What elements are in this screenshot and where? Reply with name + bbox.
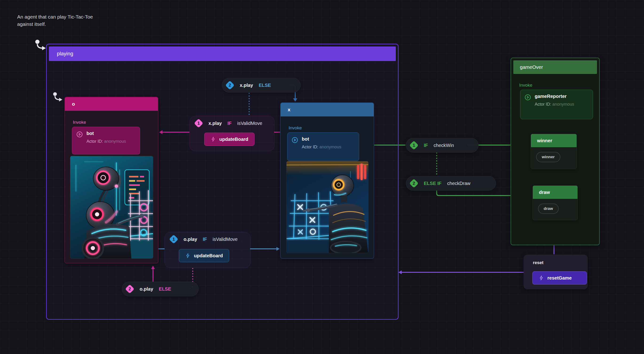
lightning-icon	[185, 253, 190, 258]
state-draw-header[interactable]: draw	[533, 186, 578, 199]
transition-x-play-if[interactable]: 1 x.play IF isValidMove updateBoard	[190, 116, 274, 151]
transition-reset[interactable]: reset resetGame	[524, 255, 588, 289]
robot-illustration-x	[286, 161, 368, 253]
play-circle-icon	[76, 131, 83, 138]
gamereporter-id-label: Actor ID:	[535, 102, 551, 107]
transition-check-win[interactable]: 1 IF checkWin	[406, 138, 478, 153]
state-winner-title: winner	[537, 138, 552, 144]
event-label: x.play	[208, 121, 222, 126]
state-o-title: o	[72, 101, 75, 107]
gameover-invoke-label: Invoke	[519, 83, 532, 88]
state-gameover-title: gameOver	[520, 64, 543, 70]
x-actor-name: bot	[302, 136, 341, 142]
action-resetgame[interactable]: resetGame	[532, 271, 587, 285]
keyword-label: ELSE	[159, 286, 171, 292]
state-draw[interactable]: draw draw	[532, 185, 578, 220]
order-badge: 1	[170, 235, 178, 243]
transition-o-play-if[interactable]: 1 o.play IF isValidMove updateBoard	[164, 232, 250, 268]
state-x-title: x	[288, 107, 290, 112]
state-playing-title: playing	[57, 51, 73, 57]
arrow-reset	[398, 270, 524, 274]
x-invoked-actor-card[interactable]: bot Actor ID: anonymous	[287, 132, 359, 161]
guard-label: isValidMove	[237, 121, 262, 126]
keyword-label: ELSE	[259, 83, 271, 88]
event-label: o.play	[184, 237, 197, 242]
transition-o-play-else[interactable]: 2 o.play ELSE	[122, 282, 198, 296]
winner-tag[interactable]: winner	[536, 152, 560, 162]
x-invoke-label: Invoke	[288, 125, 302, 131]
state-o[interactable]: o Invoke bot Actor ID: anonymous	[64, 97, 158, 263]
transition-check-draw[interactable]: 2 ELSE IF checkDraw	[406, 176, 496, 191]
o-invoke-label: Invoke	[73, 120, 86, 125]
gamereporter-actor-card[interactable]: gameReporter Actor ID: anonymous	[520, 90, 593, 119]
state-o-header[interactable]: o	[65, 97, 158, 111]
event-label: x.play	[240, 83, 253, 88]
state-gameover-header[interactable]: gameOver	[513, 60, 597, 74]
action-updateboard-x[interactable]: updateBoard	[204, 133, 254, 146]
keyword-label: IF	[228, 121, 232, 126]
keyword-label: ELSE IF	[424, 181, 442, 186]
state-winner-header[interactable]: winner	[531, 134, 576, 147]
state-winner[interactable]: winner winner	[531, 134, 577, 169]
x-actor-id-label: Actor ID:	[302, 145, 318, 149]
state-x[interactable]: x Invoke bot Actor ID: anonymous	[280, 102, 374, 259]
order-badge: 2	[226, 81, 234, 89]
order-badge: 1	[410, 141, 418, 150]
guard-label: checkDraw	[447, 181, 470, 186]
initial-state-icon-playing[interactable]	[35, 39, 48, 51]
o-invoked-actor-card[interactable]: bot Actor ID: anonymous	[72, 127, 140, 155]
guard-label: isValidMove	[213, 237, 238, 242]
o-actor-name: bot	[86, 131, 126, 136]
gamereporter-id-value: anonymous	[552, 102, 574, 107]
robot-illustration-o	[70, 156, 153, 259]
play-circle-icon	[292, 137, 298, 143]
state-draw-title: draw	[539, 190, 550, 195]
state-playing-header[interactable]: playing	[49, 46, 396, 61]
order-badge: 2	[410, 179, 418, 187]
lightning-icon	[210, 137, 216, 142]
draw-tag[interactable]: draw	[538, 203, 559, 214]
reset-label: reset	[533, 260, 544, 265]
o-actor-id-value: anonymous	[104, 139, 126, 144]
order-badge: 1	[194, 119, 203, 128]
order-badge: 2	[126, 285, 134, 293]
machine-description: An agent that can play Tic-Tac-Toe again…	[17, 13, 93, 28]
lightning-icon	[539, 275, 544, 281]
event-label: o.play	[140, 286, 153, 292]
transition-x-play-else[interactable]: 2 x.play ELSE	[222, 78, 300, 92]
keyword-label: IF	[203, 237, 207, 242]
keyword-label: IF	[424, 143, 428, 148]
gamereporter-actor-name: gameReporter	[535, 94, 574, 99]
editor-canvas[interactable]: An agent that can play Tic-Tac-Toe again…	[0, 0, 644, 354]
action-updateboard-o[interactable]: updateBoard	[179, 249, 229, 262]
guard-label: checkWin	[434, 143, 454, 148]
play-circle-icon	[524, 94, 531, 100]
o-actor-id-label: Actor ID:	[86, 139, 103, 144]
state-x-header[interactable]: x	[281, 103, 374, 116]
x-actor-id-value: anonymous	[320, 145, 341, 149]
